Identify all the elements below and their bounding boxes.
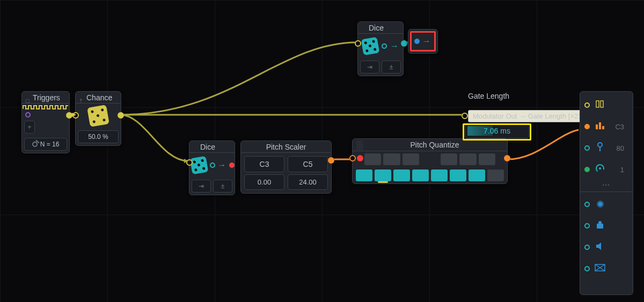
key[interactable] (450, 170, 466, 181)
purple-port-icon (25, 112, 31, 117)
branch-icon: ⇡ (79, 95, 84, 100)
port-icon[interactable] (584, 145, 590, 151)
square-wave-icon: ▢ (25, 95, 31, 100)
strip-row-cross[interactable] (582, 259, 631, 279)
port-icon[interactable] (584, 167, 590, 172)
node-triggers[interactable]: ▢Triggers + N = 16 (21, 91, 70, 153)
key[interactable] (459, 153, 476, 165)
port-icon[interactable] (584, 245, 590, 250)
port-icon[interactable] (584, 124, 590, 129)
dot-icon (229, 163, 235, 168)
node-pitch-scaler[interactable]: Pitch Scaler C3 0.00 C5 24.00 (240, 141, 332, 194)
white-keys-row (353, 167, 507, 183)
strip-row-brightness[interactable]: ✺ (582, 194, 631, 215)
key[interactable] (412, 170, 429, 181)
out-port[interactable] (401, 40, 407, 47)
sort-button[interactable]: ⇥ (360, 61, 379, 73)
plusminus-button[interactable]: ± (382, 61, 401, 73)
strip-row-speaker[interactable] (582, 237, 631, 257)
gate-length-title: Gate Length (465, 90, 529, 102)
high-note[interactable]: C5 (288, 156, 328, 172)
low-note[interactable]: C3 (244, 156, 284, 172)
low-val[interactable]: 0.00 (244, 174, 284, 190)
key[interactable] (364, 153, 381, 165)
strip-row-knob[interactable]: 1 (582, 159, 631, 180)
svg-rect-0 (596, 101, 599, 107)
in-port[interactable] (355, 40, 361, 47)
sort-button[interactable]: ⇥ (192, 180, 211, 193)
svg-point-5 (598, 143, 602, 147)
dice-bottom-title: Dice (189, 141, 235, 153)
svg-point-8 (599, 167, 601, 170)
strip-row-note[interactable] (582, 95, 631, 115)
key[interactable] (487, 170, 504, 181)
plus-button[interactable]: + (24, 121, 35, 134)
arrow-icon: → (390, 41, 399, 51)
dice-icon (87, 105, 109, 127)
triggers-title: ▢Triggers (22, 92, 69, 104)
key[interactable] (431, 170, 448, 181)
key[interactable] (356, 170, 372, 181)
in-port[interactable] (186, 159, 193, 166)
triggers-waveform-icon (22, 104, 69, 111)
key[interactable] (479, 153, 495, 165)
node-dice-bottom[interactable]: Dice → ⇥ ± (189, 141, 235, 195)
out-port[interactable] (118, 112, 124, 119)
highlight-red (410, 31, 436, 51)
high-val[interactable]: 24.00 (288, 174, 328, 190)
out-port[interactable] (504, 155, 510, 161)
in-port[interactable] (462, 113, 468, 119)
svg-rect-4 (602, 126, 604, 129)
triggers-n-cell[interactable]: N = 16 (24, 138, 67, 151)
connection-tooltip: Modulator Out → Gate Length [×237.1] (468, 110, 598, 122)
key[interactable] (375, 170, 391, 181)
dice-top-title: Dice (358, 22, 403, 34)
key[interactable] (469, 170, 485, 181)
plusminus-button[interactable]: ± (213, 180, 232, 193)
port-icon[interactable] (584, 266, 590, 271)
strip-row-pin[interactable]: 80 (582, 138, 631, 158)
port-icon[interactable] (584, 223, 590, 229)
bars-icon (594, 121, 606, 132)
note-icon (594, 100, 606, 111)
bag-icon (594, 220, 606, 231)
arrow-icon: → (218, 160, 226, 170)
black-keys-row (353, 151, 507, 167)
pitch-quantize-title: Pitch Quantize (410, 141, 459, 149)
key[interactable] (441, 153, 457, 165)
dice-icon (361, 37, 380, 56)
out-port[interactable] (66, 112, 72, 119)
node-pitch-quantize[interactable]: 𝄛 Pitch Quantize (352, 138, 508, 184)
svg-rect-1 (601, 101, 603, 107)
pitch-scaler-title: Pitch Scaler (241, 141, 331, 153)
port-icon[interactable] (584, 102, 590, 108)
strip-ellipsis: ⋯ (582, 181, 631, 189)
highlight-yellow (463, 123, 531, 141)
pin-icon (594, 142, 606, 154)
chance-title: ⇡Chance (76, 92, 121, 104)
dot-icon (382, 43, 387, 49)
key[interactable] (402, 153, 419, 165)
keyboard-icon: 𝄛 (353, 140, 367, 150)
svg-rect-2 (596, 124, 598, 129)
out-port[interactable] (328, 157, 334, 164)
chance-pct[interactable]: 50.0 % (78, 130, 119, 143)
in-port[interactable] (349, 155, 356, 161)
in-port[interactable] (72, 112, 79, 119)
in-port-mod[interactable] (357, 155, 363, 161)
key[interactable] (383, 153, 400, 165)
svg-rect-3 (599, 122, 601, 129)
output-strip[interactable]: C3 80 1 ⋯ ✺ (580, 91, 633, 295)
node-dice-top[interactable]: Dice → ⇥ ± (357, 21, 404, 76)
speaker-icon (594, 242, 606, 253)
dice-icon (189, 156, 208, 175)
port-icon[interactable] (584, 202, 590, 207)
strip-row-bars[interactable]: C3 (582, 116, 631, 137)
strip-row-bag[interactable] (582, 216, 631, 236)
sun-icon: ✺ (594, 198, 606, 210)
dot-icon (210, 163, 215, 168)
active-indicator (378, 181, 388, 183)
key[interactable] (393, 170, 410, 181)
knob-icon (594, 164, 606, 175)
node-chance[interactable]: ⇡Chance 50.0 % (75, 91, 121, 146)
